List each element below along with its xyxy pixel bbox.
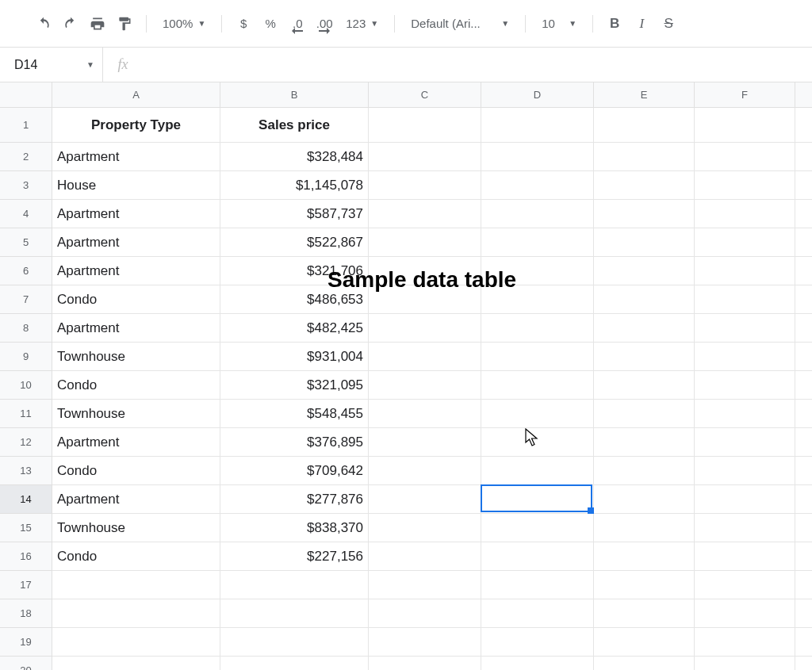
italic-button[interactable]: I <box>630 12 653 36</box>
column-header-E[interactable]: E <box>594 82 695 108</box>
cell-A19[interactable] <box>52 628 220 657</box>
cell-F19[interactable] <box>695 628 795 657</box>
cell-F3[interactable] <box>695 171 795 200</box>
cell-B20[interactable] <box>220 657 369 670</box>
cell-A2[interactable]: Apartment <box>52 143 220 171</box>
cell-B12[interactable]: $376,895 <box>220 428 369 457</box>
cell-D5[interactable] <box>481 228 594 257</box>
cell-F16[interactable] <box>695 542 795 571</box>
cell-E5[interactable] <box>594 228 695 257</box>
cell-B16[interactable]: $227,156 <box>220 542 369 571</box>
select-all-corner[interactable] <box>0 82 52 108</box>
cell-F2[interactable] <box>695 143 795 171</box>
row-header-17[interactable]: 17 <box>0 571 52 599</box>
cell-E20[interactable] <box>594 657 695 670</box>
cell-F5[interactable] <box>695 228 795 257</box>
cell-G18[interactable] <box>795 599 812 628</box>
cell-G2[interactable] <box>795 143 812 171</box>
row-header-8[interactable]: 8 <box>0 314 52 343</box>
cell-C13[interactable] <box>369 457 481 485</box>
cell-D6[interactable] <box>481 257 594 285</box>
cell-G7[interactable] <box>795 285 812 314</box>
cell-B5[interactable]: $522,867 <box>220 228 369 257</box>
strikethrough-button[interactable]: S <box>657 12 680 36</box>
row-header-12[interactable]: 12 <box>0 428 52 457</box>
cell-A15[interactable]: Townhouse <box>52 514 220 542</box>
cell-C10[interactable] <box>369 371 481 400</box>
cell-C7[interactable] <box>369 285 481 314</box>
cell-A5[interactable]: Apartment <box>52 228 220 257</box>
cell-A14[interactable]: Apartment <box>52 485 220 514</box>
cell-C4[interactable] <box>369 200 481 228</box>
increase-decimal-button[interactable]: .00 <box>312 12 336 36</box>
column-header-G[interactable]: G <box>795 82 812 108</box>
cell-G10[interactable] <box>795 371 812 400</box>
cell-A7[interactable]: Condo <box>52 285 220 314</box>
cell-C19[interactable] <box>369 628 481 657</box>
cell-G4[interactable] <box>795 200 812 228</box>
cell-C16[interactable] <box>369 542 481 571</box>
cell-G13[interactable] <box>795 457 812 485</box>
cell-name-box[interactable]: D14 ▼ <box>0 48 103 82</box>
cell-E4[interactable] <box>594 200 695 228</box>
format-currency-button[interactable]: $ <box>232 12 255 36</box>
cell-F20[interactable] <box>695 657 795 670</box>
cell-G5[interactable] <box>795 228 812 257</box>
cell-D2[interactable] <box>481 143 594 171</box>
cell-E10[interactable] <box>594 371 695 400</box>
cell-B11[interactable]: $548,455 <box>220 400 369 428</box>
cell-A18[interactable] <box>52 599 220 628</box>
cell-E15[interactable] <box>594 514 695 542</box>
cell-C15[interactable] <box>369 514 481 542</box>
cell-D10[interactable] <box>481 371 594 400</box>
cell-C3[interactable] <box>369 171 481 200</box>
cell-G12[interactable] <box>795 428 812 457</box>
cell-D19[interactable] <box>481 628 594 657</box>
cell-G6[interactable] <box>795 257 812 285</box>
cell-D13[interactable] <box>481 457 594 485</box>
cell-E11[interactable] <box>594 400 695 428</box>
column-header-B[interactable]: B <box>220 82 369 108</box>
cell-A9[interactable]: Townhouse <box>52 343 220 371</box>
cell-C17[interactable] <box>369 571 481 599</box>
cell-E18[interactable] <box>594 599 695 628</box>
cell-C18[interactable] <box>369 599 481 628</box>
cell-D15[interactable] <box>481 514 594 542</box>
cell-F18[interactable] <box>695 599 795 628</box>
cell-C9[interactable] <box>369 343 481 371</box>
cell-A8[interactable]: Apartment <box>52 314 220 343</box>
cell-E8[interactable] <box>594 314 695 343</box>
cell-F13[interactable] <box>695 457 795 485</box>
cell-G8[interactable] <box>795 314 812 343</box>
cell-A12[interactable]: Apartment <box>52 428 220 457</box>
cell-B17[interactable] <box>220 571 369 599</box>
row-header-19[interactable]: 19 <box>0 628 52 657</box>
cell-A17[interactable] <box>52 571 220 599</box>
cell-D14[interactable] <box>481 485 594 514</box>
cell-G15[interactable] <box>795 514 812 542</box>
cell-B1[interactable]: Sales price <box>220 108 369 143</box>
zoom-dropdown[interactable]: 100% ▼ <box>156 12 212 36</box>
paint-format-button[interactable] <box>113 12 136 36</box>
cell-F7[interactable] <box>695 285 795 314</box>
cell-E16[interactable] <box>594 542 695 571</box>
font-family-dropdown[interactable]: Default (Ari... ▼ <box>404 12 515 36</box>
cell-G17[interactable] <box>795 571 812 599</box>
cell-E6[interactable] <box>594 257 695 285</box>
cell-E9[interactable] <box>594 343 695 371</box>
cell-B15[interactable]: $838,370 <box>220 514 369 542</box>
cell-F1[interactable] <box>695 108 795 143</box>
cell-E2[interactable] <box>594 143 695 171</box>
cell-E3[interactable] <box>594 171 695 200</box>
cell-F4[interactable] <box>695 200 795 228</box>
cell-C11[interactable] <box>369 400 481 428</box>
more-formats-dropdown[interactable]: 123 ▼ <box>339 12 385 36</box>
cell-E17[interactable] <box>594 571 695 599</box>
cell-D18[interactable] <box>481 599 594 628</box>
cell-D16[interactable] <box>481 542 594 571</box>
cell-E13[interactable] <box>594 457 695 485</box>
cell-B7[interactable]: $486,653 <box>220 285 369 314</box>
cell-A13[interactable]: Condo <box>52 457 220 485</box>
row-header-15[interactable]: 15 <box>0 514 52 542</box>
cell-B13[interactable]: $709,642 <box>220 457 369 485</box>
